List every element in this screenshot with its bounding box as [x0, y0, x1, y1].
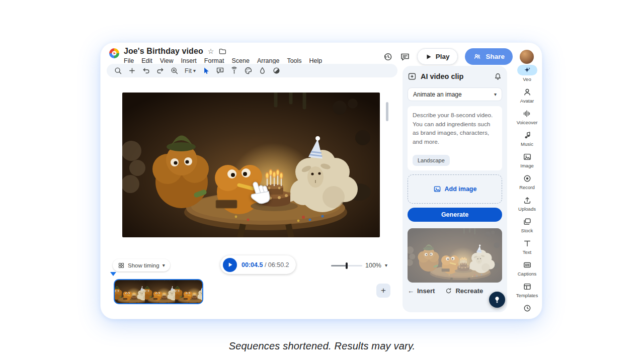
clip-frame: [175, 280, 203, 303]
generate-button[interactable]: Generate: [408, 208, 502, 222]
rail-item-music[interactable]: Music: [517, 130, 537, 147]
move-folder-icon[interactable]: [218, 47, 226, 55]
rail-item-avatar[interactable]: Avatar: [517, 86, 537, 104]
show-timing-toggle[interactable]: Show timing ▾: [113, 259, 170, 272]
menu-view[interactable]: View: [160, 57, 174, 64]
mode-select-value: Animate an image: [413, 91, 462, 98]
play-button[interactable]: Play: [417, 48, 458, 65]
broadcast-icon[interactable]: [229, 65, 239, 76]
ai-clip-icon: [408, 72, 417, 81]
menu-tools[interactable]: Tools: [287, 57, 301, 64]
canvas-scrollbar[interactable]: [386, 102, 388, 121]
ink-droplet-icon[interactable]: [257, 65, 268, 76]
play-icon: [227, 262, 233, 267]
time-display: 00:04.5 / 06:50.2: [242, 261, 289, 268]
clip-frame: [145, 280, 175, 303]
clip-frame: [115, 280, 145, 303]
add-image-button[interactable]: Add image: [408, 174, 502, 204]
rail-item-record[interactable]: Record: [517, 173, 537, 190]
star-icon[interactable]: ☆: [208, 48, 214, 55]
document-title[interactable]: Joe's Birthday video: [124, 47, 203, 56]
menu-edit[interactable]: Edit: [141, 57, 152, 64]
captions-icon: [523, 260, 532, 269]
window-header: Joe's Birthday video ☆ File Edit View In…: [109, 47, 322, 64]
rail-item-uploads[interactable]: Uploads: [517, 195, 537, 212]
recreate-icon: [445, 287, 452, 295]
menu-arrange[interactable]: Arrange: [257, 57, 279, 64]
media-stack-icon: [523, 217, 532, 226]
timeline-play-button[interactable]: [223, 258, 237, 272]
select-tool-icon[interactable]: [201, 65, 211, 76]
zoom-level: 100%: [365, 262, 381, 269]
rail-item-veo[interactable]: Veo: [517, 65, 537, 82]
app-window: Joe's Birthday video ☆ File Edit View In…: [101, 43, 542, 319]
rail-item-templates[interactable]: Templates: [516, 281, 538, 298]
chevron-down-icon: ▾: [163, 263, 165, 268]
lightbulb-icon: [493, 296, 501, 304]
playhead-marker[interactable]: [110, 272, 116, 276]
zoom-in-icon[interactable]: [169, 65, 180, 76]
panel-title: AI video clip: [421, 72, 490, 80]
menu-bar: File Edit View Insert Format Scene Arran…: [124, 57, 322, 64]
tips-lightbulb-button[interactable]: [489, 292, 505, 308]
mode-select[interactable]: Animate an image ▾: [408, 87, 502, 101]
timeline-clip[interactable]: [114, 279, 203, 304]
fit-zoom-select[interactable]: Fit ▾: [183, 67, 197, 74]
timing-grid-icon: [118, 262, 125, 269]
prompt-textarea[interactable]: Describe your 8-second video. You can ad…: [408, 106, 502, 170]
menu-help[interactable]: Help: [309, 57, 323, 64]
header-actions: Play Share: [383, 48, 534, 65]
comments-icon[interactable]: [400, 52, 410, 62]
menu-scene[interactable]: Scene: [231, 57, 249, 64]
text-icon: [523, 239, 532, 248]
transparency-icon[interactable]: [271, 65, 282, 76]
rail-item-stock[interactable]: Stock: [517, 216, 537, 233]
slide-canvas[interactable]: [122, 93, 380, 237]
title-block: Joe's Birthday video ☆ File Edit View In…: [124, 47, 322, 64]
rail-item-image[interactable]: Image: [517, 151, 537, 168]
person-icon: [523, 87, 532, 97]
prompt-placeholder: Describe your 8-second video. You can ad…: [413, 112, 493, 145]
aspect-ratio-chip[interactable]: Landscape: [413, 155, 450, 166]
menu-file[interactable]: File: [124, 57, 134, 64]
insert-button[interactable]: ← Insert: [408, 287, 435, 295]
sparkle-icon: [523, 66, 531, 74]
rail-item-captions[interactable]: Captions: [517, 259, 537, 277]
volume-slider[interactable]: [331, 262, 362, 269]
record-icon: [523, 174, 532, 183]
search-icon[interactable]: [113, 65, 123, 76]
add-comment-icon[interactable]: [215, 65, 225, 76]
menu-insert[interactable]: Insert: [181, 57, 197, 64]
footnote-caption: Sequences shortened. Results may vary.: [0, 340, 644, 352]
playback-pill: 00:04.5 / 06:50.2: [220, 255, 296, 274]
rail-item-history[interactable]: [517, 303, 537, 313]
play-icon: [426, 54, 432, 60]
toolbar: Fit ▾: [107, 64, 397, 77]
ai-video-clip-panel: AI video clip Animate an image ▾ Describ…: [403, 66, 507, 312]
generated-preview[interactable]: [408, 228, 502, 283]
people-icon: [473, 52, 481, 61]
add-icon[interactable]: [127, 65, 137, 76]
panel-footer: ← Insert Recreate: [408, 287, 502, 295]
templates-icon: [523, 282, 532, 291]
volume-handle[interactable]: [346, 262, 348, 269]
share-button[interactable]: Share: [465, 48, 513, 65]
notifications-bell-icon[interactable]: [494, 72, 502, 81]
redo-icon[interactable]: [155, 65, 166, 76]
rail-item-text[interactable]: Text: [517, 238, 537, 255]
recreate-button[interactable]: Recreate: [445, 287, 483, 295]
arrow-left-icon: ←: [408, 287, 414, 295]
theme-palette-icon[interactable]: [243, 65, 254, 76]
account-avatar[interactable]: [520, 50, 534, 64]
current-time: 00:04.5: [242, 261, 263, 268]
version-history-icon[interactable]: [383, 52, 393, 62]
vids-app-icon: [109, 48, 120, 59]
add-scene-button[interactable]: +: [376, 284, 390, 298]
image-icon: [433, 185, 441, 193]
timeline-zoom-select[interactable]: 100% ▾: [365, 260, 387, 271]
music-note-icon: [523, 131, 532, 140]
rail-item-voiceover[interactable]: Voiceover: [517, 108, 538, 125]
volume-fill: [331, 265, 346, 266]
menu-format[interactable]: Format: [204, 57, 224, 64]
undo-icon[interactable]: [141, 65, 151, 76]
